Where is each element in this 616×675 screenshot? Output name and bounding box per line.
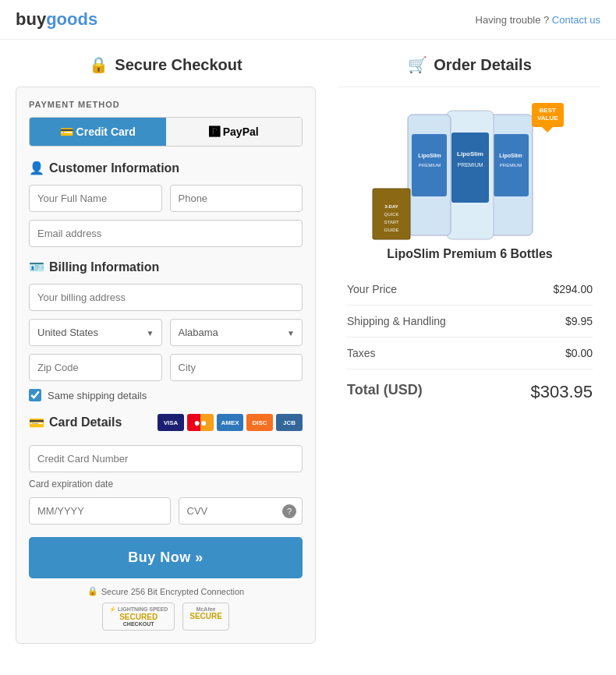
svg-text:PREMIUM: PREMIUM bbox=[418, 163, 440, 168]
id-card-icon: 🪪 bbox=[29, 260, 44, 274]
discover-icon: DISC bbox=[246, 414, 273, 431]
svg-text:GUIDE: GUIDE bbox=[384, 228, 398, 232]
zip-input[interactable] bbox=[29, 354, 162, 381]
city-input[interactable] bbox=[170, 354, 303, 381]
cvv-help-icon[interactable]: ? bbox=[282, 504, 296, 518]
name-phone-row bbox=[29, 185, 303, 212]
contact-link[interactable]: Contact us bbox=[552, 14, 600, 26]
paypal-icon: 🅿 bbox=[209, 125, 220, 138]
best-value-badge: BESTVALUE bbox=[532, 103, 564, 127]
checkout-title: 🔒 Secure Checkout bbox=[16, 55, 316, 74]
payment-tabs: 💳 Credit Card 🅿 PayPal bbox=[29, 117, 303, 147]
header-right: Having trouble ? Contact us bbox=[476, 14, 600, 26]
state-select-wrapper: Alabama Alaska Arizona California bbox=[170, 319, 303, 346]
country-select-wrapper: United States Canada United Kingdom bbox=[29, 319, 162, 346]
other-card-icon: JCB bbox=[276, 414, 303, 431]
right-column: 🛒 Order Details BESTVALUE bbox=[339, 55, 600, 644]
cart-icon: 🛒 bbox=[408, 55, 427, 74]
checkout-panel: PAYMENT METHOD 💳 Credit Card 🅿 PayPal 👤 … bbox=[16, 87, 316, 644]
logo-goods: goods bbox=[46, 9, 97, 29]
page-header: buygoods Having trouble ? Contact us bbox=[0, 0, 616, 40]
order-row-taxes: Taxes $0.00 bbox=[347, 338, 593, 369]
secured-badge: ⚡ LIGHTNING SPEED SECURED CHECKOUT bbox=[102, 603, 175, 631]
product-image-area: BESTVALUE LipoSlim PREMIUM LipoSlim bbox=[347, 103, 593, 261]
billing-section: 🪪 Billing Information United States Cana… bbox=[29, 260, 303, 401]
svg-text:QUICK: QUICK bbox=[384, 212, 398, 217]
svg-text:PREMIUM: PREMIUM bbox=[457, 162, 483, 168]
payment-method-label: PAYMENT METHOD bbox=[29, 100, 303, 109]
visa-icon: VISA bbox=[158, 414, 184, 431]
person-icon: 👤 bbox=[29, 161, 44, 175]
svg-text:3-DAY: 3-DAY bbox=[384, 204, 398, 209]
expiry-input[interactable] bbox=[29, 497, 171, 525]
logo: buygoods bbox=[16, 9, 97, 30]
phone-input[interactable] bbox=[170, 185, 303, 212]
svg-text:PREMIUM: PREMIUM bbox=[499, 163, 521, 168]
expiry-label: Card expiration date bbox=[29, 479, 303, 489]
main-layout: 🔒 Secure Checkout PAYMENT METHOD 💳 Credi… bbox=[0, 40, 616, 659]
same-shipping-label: Same shipping details bbox=[48, 390, 147, 401]
tab-credit-card[interactable]: 💳 Credit Card bbox=[30, 118, 166, 146]
security-text: 🔒 Secure 256 Bit Encrypted Connection bbox=[29, 586, 303, 596]
customer-info-title: 👤 Customer Information bbox=[29, 161, 303, 175]
svg-text:LipoSlim: LipoSlim bbox=[499, 153, 522, 159]
trouble-text: Having trouble ? bbox=[476, 14, 550, 26]
credit-card-icon: 💳 bbox=[60, 125, 73, 138]
svg-text:LipoSlim: LipoSlim bbox=[457, 150, 483, 157]
country-state-row: United States Canada United Kingdom Alab… bbox=[29, 319, 303, 346]
tab-paypal[interactable]: 🅿 PayPal bbox=[166, 118, 303, 146]
svg-text:START: START bbox=[384, 220, 398, 224]
card-details-title: 💳 Card Details bbox=[29, 415, 122, 430]
same-shipping-row: Same shipping details bbox=[29, 389, 303, 401]
order-panel: BESTVALUE LipoSlim PREMIUM LipoSlim bbox=[339, 103, 600, 412]
email-input[interactable] bbox=[29, 220, 303, 247]
amex-icon: AMEX bbox=[217, 414, 243, 431]
product-name: LipoSlim Premium 6 Bottles bbox=[347, 247, 593, 261]
lock-icon: 🔒 bbox=[89, 55, 108, 74]
buy-now-button[interactable]: Buy Now » bbox=[29, 537, 303, 578]
order-row-price: Your Price $294.00 bbox=[347, 274, 593, 306]
billing-address-input[interactable] bbox=[29, 284, 303, 311]
expiry-cvv-row: ? bbox=[29, 497, 303, 525]
lock-small-icon: 🔒 bbox=[87, 586, 98, 596]
card-icons-group: VISA ●● AMEX DISC JCB bbox=[158, 414, 303, 431]
title-divider bbox=[339, 87, 600, 87]
left-column: 🔒 Secure Checkout PAYMENT METHOD 💳 Credi… bbox=[16, 55, 316, 644]
mastercard-icon: ●● bbox=[187, 414, 214, 431]
same-shipping-checkbox[interactable] bbox=[29, 389, 41, 401]
svg-rect-5 bbox=[451, 133, 489, 203]
full-name-input[interactable] bbox=[29, 185, 162, 212]
billing-info-title: 🪪 Billing Information bbox=[29, 260, 303, 274]
card-section: 💳 Card Details VISA ●● AMEX DISC JCB Car… bbox=[29, 414, 303, 525]
security-badges: ⚡ LIGHTNING SPEED SECURED CHECKOUT McAfe… bbox=[29, 603, 303, 631]
order-details-title: 🛒 Order Details bbox=[339, 55, 600, 74]
customer-info-section: 👤 Customer Information bbox=[29, 161, 303, 247]
card-section-header: 💳 Card Details VISA ●● AMEX DISC JCB bbox=[29, 414, 303, 431]
country-select[interactable]: United States Canada United Kingdom bbox=[29, 319, 162, 346]
svg-text:LipoSlim: LipoSlim bbox=[418, 153, 441, 159]
zip-city-row bbox=[29, 354, 303, 381]
order-summary: Your Price $294.00 Shipping & Handling $… bbox=[347, 274, 593, 412]
logo-buy: buy bbox=[16, 9, 46, 29]
order-row-shipping: Shipping & Handling $9.95 bbox=[347, 306, 593, 338]
bottles-container: BESTVALUE LipoSlim PREMIUM LipoSlim bbox=[369, 103, 572, 247]
card-number-input[interactable] bbox=[29, 445, 303, 472]
card-icon: 💳 bbox=[29, 415, 44, 430]
security-row: 🔒 Secure 256 Bit Encrypted Connection ⚡ … bbox=[29, 586, 303, 631]
mcafee-badge: McAfee SECURE bbox=[182, 603, 229, 631]
cvv-wrapper: ? bbox=[179, 497, 303, 525]
order-row-total: Total (USD) $303.95 bbox=[347, 373, 593, 412]
state-select[interactable]: Alabama Alaska Arizona California bbox=[170, 319, 303, 346]
